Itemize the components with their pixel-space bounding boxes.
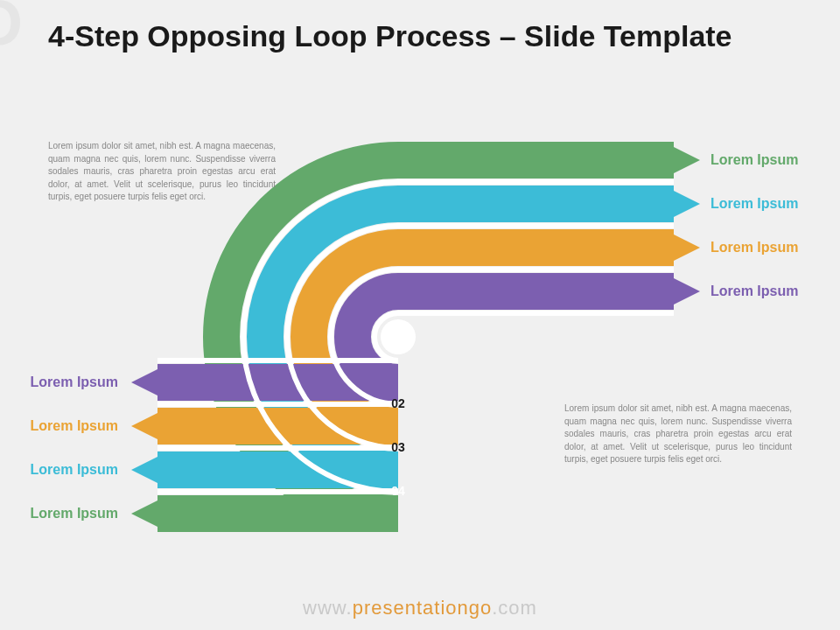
svg-marker-7	[131, 369, 158, 396]
footer-domain: presentationgo	[353, 597, 493, 619]
svg-marker-6	[674, 278, 700, 304]
svg-marker-0	[674, 147, 700, 173]
number-02: 02	[391, 396, 405, 410]
label-left-2: Lorem Ipsum	[31, 418, 118, 434]
label-left-4: Lorem Ipsum	[31, 506, 118, 522]
number-03: 03	[391, 440, 405, 454]
number-01: 01	[391, 330, 405, 344]
svg-marker-3	[131, 457, 158, 483]
label-left-3: Lorem Ipsum	[31, 462, 118, 478]
footer-url: www.presentationgo.com	[0, 597, 840, 620]
svg-marker-1	[131, 500, 158, 527]
label-right-4: Lorem Ipsum	[710, 152, 798, 168]
svg-marker-2	[674, 191, 700, 217]
label-right-3: Lorem Ipsum	[710, 196, 798, 212]
svg-marker-4	[674, 234, 700, 261]
label-right-1: Lorem Ipsum	[710, 284, 798, 299]
footer-suffix: .com	[492, 597, 537, 619]
label-right-2: Lorem Ipsum	[710, 240, 798, 256]
paragraph-top-left: Lorem ipsum dolor sit amet, nibh est. A …	[48, 140, 276, 204]
paragraph-bottom-right: Lorem ipsum dolor sit amet, nibh est. A …	[564, 402, 792, 466]
footer-prefix: www.	[303, 597, 353, 619]
svg-marker-5	[131, 413, 158, 439]
page-title: 4-Step Opposing Loop Process – Slide Tem…	[48, 19, 732, 53]
label-left-1: Lorem Ipsum	[31, 374, 118, 390]
loop-diagram: 01 02 03 04	[0, 0, 840, 630]
number-04: 04	[391, 484, 405, 498]
